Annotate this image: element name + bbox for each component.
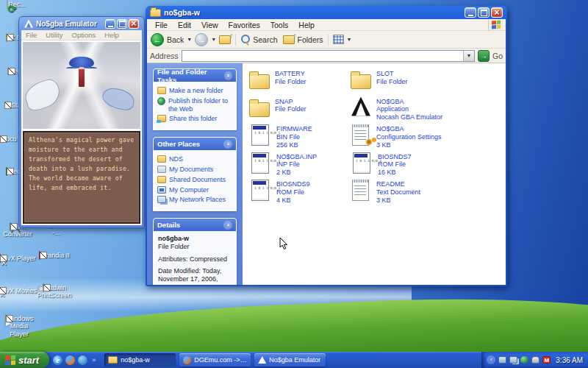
panel-header[interactable]: Other Places [154,138,236,150]
search-label[interactable]: Search [253,35,277,44]
folder-icon [248,69,270,90]
close-button[interactable] [491,7,503,18]
task-share-folder[interactable]: Share this folder [157,115,234,123]
menu-file[interactable]: File [21,31,41,39]
firefox-icon [183,356,191,364]
start-button[interactable]: start [0,352,49,368]
place-nds[interactable]: NDS [157,155,234,163]
file-item[interactable]: SNAPFile Folder [248,97,350,125]
place-my-documents[interactable]: My Documents [157,166,234,174]
emulator-window: No$gba Emulator File Utility Options Hel… [18,16,145,228]
views-dropdown-icon[interactable]: ▼ [347,37,352,42]
task-make-new-folder[interactable]: Make a new folder [157,87,234,95]
explorer-titlebar[interactable]: no$gba-w [147,6,506,19]
address-dropdown-icon[interactable]: ▼ [463,51,474,61]
quick-launch-overflow-icon[interactable] [92,356,96,364]
file-list-area[interactable]: BATTERYFile Folder SNAPFile Folder FIRMW… [243,63,506,285]
network-tray-icon[interactable] [509,356,517,364]
menu-tools[interactable]: Tools [265,21,294,29]
forward-button[interactable]: → [195,33,208,46]
place-shared-documents[interactable]: Shared Documents [157,176,234,184]
file-item[interactable]: BIOSNDS7ROM File16 KB [350,152,467,180]
taskbar-window-emulator[interactable]: No$gba Emulator [254,353,326,367]
menu-view[interactable]: View [196,21,223,29]
back-dropdown-icon[interactable]: ▼ [187,37,192,42]
menu-edit[interactable]: Edit [173,21,196,29]
minimize-button[interactable] [465,7,476,18]
back-button[interactable]: ← [151,33,164,46]
file-item[interactable]: NO$GBAConfiguration Settings3 KB [350,124,467,152]
file-item[interactable]: SLOTFile Folder [350,69,467,97]
desktop-icon-wmp[interactable]: Windows Media Player [0,315,38,338]
menu-help[interactable]: Help [293,21,320,29]
windows-media-player-icon [5,314,7,323]
file-item[interactable]: BIOSNDS9ROM File4 KB [248,180,350,208]
firefox-icon[interactable] [65,355,75,365]
taskbar-window-label: no$gba-w [121,356,150,364]
views-icon[interactable] [333,35,344,44]
place-label: My Network Places [169,196,226,204]
windows-flag-icon [5,355,15,365]
emulator-titlebar[interactable]: No$gba Emulator [21,17,142,30]
file-type: Application [376,105,442,113]
menu-help[interactable]: Help [100,31,123,39]
file-item[interactable]: READMEText Document3 KB [350,180,467,208]
maximize-button[interactable] [117,19,127,29]
update-tray-icon[interactable] [520,356,528,364]
taskbar-window-explorer[interactable]: no$gba-w [104,353,176,367]
folders-label[interactable]: Folders [298,35,323,44]
up-button[interactable] [219,35,231,44]
display-tray-icon[interactable] [498,356,506,364]
minimize-button[interactable] [105,19,115,29]
forward-dropdown-icon[interactable]: ▼ [211,37,216,42]
file-name: README [376,180,420,188]
file-name: NO$GBA.INP [276,153,317,161]
taskbar-clock[interactable]: 3:36 AM [556,356,583,364]
go-label[interactable]: Go [492,52,503,60]
collapse-chevron-icon[interactable] [224,71,232,80]
new-folder-icon [157,87,166,94]
menu-utility[interactable]: Utility [41,31,67,39]
file-item[interactable]: FIRMWAREBIN File256 KB [248,124,350,152]
desktop: Rec... Int E... Ner... N Star... Docu &S… [0,0,588,368]
panel-header[interactable]: File and Folder Tasks [154,69,236,82]
search-icon[interactable] [240,35,250,44]
desktop-icon-gadwin[interactable]: Gadwin PrintScreen [35,284,74,300]
binary-file-icon [250,124,272,145]
menu-favorites[interactable]: Favorites [223,21,265,29]
desktop-icon-recycle[interactable]: Rec... [0,1,35,8]
taskbar-window-browser[interactable]: DGEmu.com -> Editin... [179,353,251,367]
desktop-icon-divx-player[interactable]: DivX Player [0,255,37,262]
maximize-button[interactable] [478,7,490,18]
messenger-tray-icon[interactable] [542,356,551,364]
back-label[interactable]: Back [167,35,184,44]
task-publish-web[interactable]: Publish this folder to the Web [157,97,234,113]
panel-header[interactable]: Details [154,219,236,231]
file-name: FIRMWARE [276,125,312,133]
collapse-chevron-icon[interactable] [223,140,232,149]
collapse-chevron-icon[interactable] [223,221,232,230]
address-input[interactable]: ▼ [182,50,475,62]
close-button[interactable] [129,19,139,29]
msn-icon[interactable] [78,355,87,365]
menu-file[interactable]: File [150,21,173,29]
quick-launch [49,352,101,368]
place-my-computer[interactable]: My Computer [157,186,234,194]
file-folder-tasks-panel: File and Folder Tasks Make a new folder … [153,68,237,130]
go-button[interactable]: → [478,50,490,62]
place-my-network[interactable]: My Network Places [157,196,234,204]
file-item[interactable]: BATTERYFile Folder [248,69,350,97]
internet-explorer-icon[interactable] [53,355,62,365]
file-type: File Folder [275,105,306,113]
place-label: My Computer [169,186,209,194]
desktop-icon-divx-movies[interactable]: DivX Movies [0,287,37,294]
file-item[interactable]: NO$GBAApplicationNocash GBA Emulator [350,97,467,125]
folders-icon[interactable] [283,35,295,44]
file-item[interactable]: NO$GBA.INPINP File2 KB [248,152,350,180]
panel-title: File and Folder Tasks [157,68,224,84]
menu-options[interactable]: Options [68,31,101,39]
hide-icons-chevron-icon[interactable] [487,355,495,364]
desktop-icon-grandia[interactable]: Grandia II [35,252,74,259]
mouse-tray-icon[interactable] [531,356,539,364]
address-label: Address [150,52,179,60]
